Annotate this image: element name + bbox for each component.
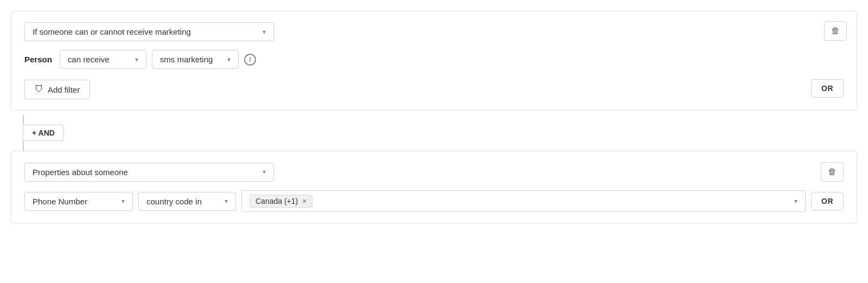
trash-icon-1: 🗑	[831, 26, 840, 36]
receive-select-label: can receive	[68, 55, 110, 64]
properties-select[interactable]: Properties about someone ▾	[24, 163, 274, 182]
tag-select-chevron: ▾	[794, 197, 797, 205]
connector-line-bottom	[23, 141, 24, 151]
properties-select-label: Properties about someone	[33, 168, 128, 177]
and-button[interactable]: + AND	[23, 125, 64, 141]
add-filter-button[interactable]: ⛉ Add filter	[24, 80, 90, 99]
tag-select[interactable]: Canada (+1) × ▾	[241, 190, 806, 212]
properties-chevron: ▾	[263, 168, 266, 176]
connector-line-top	[23, 115, 24, 125]
condition-select[interactable]: If someone can or cannot receive marketi…	[24, 22, 274, 41]
canada-tag: Canada (+1) ×	[250, 195, 312, 208]
marketing-type-select[interactable]: sms marketing ▾	[152, 50, 239, 69]
remove-tag-button[interactable]: ×	[302, 197, 307, 205]
phone-number-select[interactable]: Phone Number ▾	[24, 192, 133, 211]
or-button-2[interactable]: OR	[811, 192, 844, 210]
add-filter-label: Add filter	[48, 85, 80, 94]
country-code-label: country code in	[146, 197, 202, 206]
info-icon[interactable]: i	[244, 54, 256, 66]
country-code-select[interactable]: country code in ▾	[138, 192, 236, 211]
or-button-1[interactable]: OR	[811, 79, 844, 98]
phone-chevron: ▾	[122, 197, 125, 205]
condition-select-chevron: ▾	[263, 28, 266, 36]
country-code-chevron: ▾	[225, 197, 228, 205]
filter-icon: ⛉	[35, 85, 43, 94]
delete-button-2[interactable]: 🗑	[821, 162, 844, 182]
marketing-chevron: ▾	[227, 56, 231, 63]
phone-number-label: Phone Number	[33, 197, 87, 206]
receive-chevron: ▾	[135, 56, 138, 63]
delete-button-1[interactable]: 🗑	[824, 21, 847, 41]
condition-select-label: If someone can or cannot receive marketi…	[33, 27, 191, 36]
trash-icon-2: 🗑	[828, 167, 837, 177]
canada-tag-label: Canada (+1)	[256, 197, 298, 205]
person-label: Person	[24, 55, 52, 64]
marketing-type-label: sms marketing	[160, 55, 213, 64]
receive-select[interactable]: can receive ▾	[60, 50, 146, 69]
